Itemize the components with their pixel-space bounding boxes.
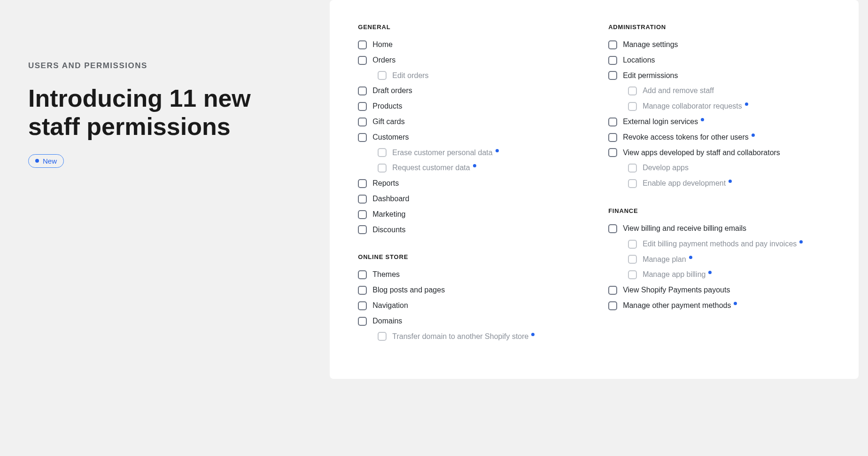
permission-row[interactable]: Manage other payment methods	[608, 301, 830, 311]
permission-row[interactable]: Draft orders	[358, 86, 580, 96]
permission-label: Home	[372, 40, 393, 50]
new-badge: New	[28, 154, 64, 168]
permission-row[interactable]: View billing and receive billing emails	[608, 224, 830, 234]
permission-row[interactable]: Navigation	[358, 301, 580, 311]
permission-label: Request customer data	[392, 163, 470, 173]
permission-row[interactable]: Dashboard	[358, 194, 580, 204]
permission-row[interactable]: Request customer data	[358, 163, 580, 173]
permission-row[interactable]: Themes	[358, 270, 580, 280]
checkbox[interactable]	[608, 118, 617, 126]
permission-row[interactable]: Reports	[358, 179, 580, 189]
checkbox[interactable]	[358, 225, 367, 234]
permission-label-wrap: Orders	[372, 55, 395, 65]
checkbox[interactable]	[358, 40, 367, 49]
permission-row[interactable]: Manage collaborator requests	[608, 102, 830, 111]
permissions-section: GENERALHomeOrdersEdit ordersDraft orders…	[358, 24, 580, 235]
checkbox[interactable]	[608, 286, 617, 295]
new-badge-label: New	[43, 157, 57, 165]
permission-label-wrap: Blog posts and pages	[372, 285, 445, 295]
permission-label-wrap: Manage settings	[623, 40, 678, 50]
permission-row[interactable]: Transfer domain to another Shopify store	[358, 332, 580, 342]
permission-label-wrap: Reports	[372, 179, 399, 189]
checkbox[interactable]	[628, 240, 637, 249]
permission-row[interactable]: Erase customer personal data	[358, 148, 580, 158]
permission-row[interactable]: Home	[358, 40, 580, 50]
checkbox[interactable]	[358, 118, 367, 126]
permission-label-wrap: Manage plan	[643, 255, 692, 265]
permission-row[interactable]: External login services	[608, 117, 830, 127]
page-title: Introducing 11 new staff permissions	[28, 85, 302, 141]
permission-row[interactable]: Revoke access tokens for other users	[608, 133, 830, 142]
checkbox[interactable]	[358, 56, 367, 65]
permissions-column-right: ADMINISTRATIONManage settingsLocationsEd…	[608, 24, 830, 360]
checkbox[interactable]	[608, 301, 617, 310]
checkbox[interactable]	[358, 210, 367, 219]
checkbox[interactable]	[358, 133, 367, 142]
permission-row[interactable]: Add and remove staff	[608, 86, 830, 96]
permission-label: Manage collaborator requests	[643, 102, 742, 111]
checkbox[interactable]	[608, 224, 617, 233]
checkbox[interactable]	[378, 148, 387, 157]
permission-row[interactable]: Domains	[358, 316, 580, 326]
permission-row[interactable]: Customers	[358, 133, 580, 142]
permission-label-wrap: Locations	[623, 55, 655, 65]
checkbox[interactable]	[628, 179, 637, 188]
permission-row[interactable]: Edit permissions	[608, 71, 830, 81]
dot-icon	[35, 159, 39, 163]
checkbox[interactable]	[608, 71, 617, 80]
checkbox[interactable]	[358, 301, 367, 310]
checkbox[interactable]	[378, 164, 387, 173]
permission-row[interactable]: Locations	[608, 55, 830, 65]
checkbox[interactable]	[628, 164, 637, 173]
checkbox[interactable]	[628, 270, 637, 279]
permission-label-wrap: Manage app billing	[643, 270, 712, 280]
permission-row[interactable]: Blog posts and pages	[358, 285, 580, 295]
permission-label-wrap: Request customer data	[392, 163, 476, 173]
checkbox[interactable]	[358, 86, 367, 95]
permission-label: Reports	[372, 179, 399, 189]
permission-row[interactable]: Gift cards	[358, 117, 580, 127]
checkbox[interactable]	[608, 133, 617, 142]
permission-row[interactable]: View apps developed by staff and collabo…	[608, 148, 830, 158]
new-indicator-dot-icon	[473, 164, 476, 167]
section-title: GENERAL	[358, 24, 580, 31]
permission-row[interactable]: Manage app billing	[608, 270, 830, 280]
permission-label-wrap: External login services	[623, 117, 704, 127]
permission-label-wrap: Draft orders	[372, 86, 412, 96]
permission-row[interactable]: Manage plan	[608, 255, 830, 265]
permission-row[interactable]: Manage settings	[608, 40, 830, 50]
checkbox[interactable]	[358, 286, 367, 295]
permission-label: Themes	[372, 270, 400, 280]
permission-label-wrap: Home	[372, 40, 393, 50]
checkbox[interactable]	[628, 255, 637, 264]
permissions-panel: GENERALHomeOrdersEdit ordersDraft orders…	[330, 0, 868, 456]
checkbox[interactable]	[608, 148, 617, 157]
permission-row[interactable]: Edit billing payment methods and pay inv…	[608, 239, 830, 249]
new-indicator-dot-icon	[752, 134, 755, 137]
checkbox[interactable]	[378, 332, 387, 341]
permission-label: View apps developed by staff and collabo…	[623, 148, 780, 158]
new-indicator-dot-icon	[689, 256, 692, 259]
checkbox[interactable]	[378, 71, 387, 80]
checkbox[interactable]	[358, 195, 367, 204]
checkbox[interactable]	[358, 270, 367, 279]
new-indicator-dot-icon	[701, 118, 704, 121]
permission-row[interactable]: Products	[358, 102, 580, 111]
checkbox[interactable]	[358, 179, 367, 188]
permission-row[interactable]: Orders	[358, 55, 580, 65]
checkbox[interactable]	[608, 56, 617, 65]
checkbox[interactable]	[628, 86, 637, 95]
checkbox[interactable]	[358, 317, 367, 326]
page-root: USERS AND PERMISSIONS Introducing 11 new…	[0, 0, 868, 456]
permission-row[interactable]: Enable app development	[608, 179, 830, 189]
permission-row[interactable]: Discounts	[358, 225, 580, 235]
checkbox[interactable]	[358, 102, 367, 111]
permission-row[interactable]: Edit orders	[358, 71, 580, 81]
checkbox[interactable]	[628, 102, 637, 111]
permission-label: Add and remove staff	[643, 86, 714, 96]
permission-row[interactable]: Develop apps	[608, 163, 830, 173]
permission-row[interactable]: View Shopify Payments payouts	[608, 285, 830, 295]
permission-row[interactable]: Marketing	[358, 210, 580, 220]
checkbox[interactable]	[608, 40, 617, 49]
permission-label: Products	[372, 102, 402, 111]
